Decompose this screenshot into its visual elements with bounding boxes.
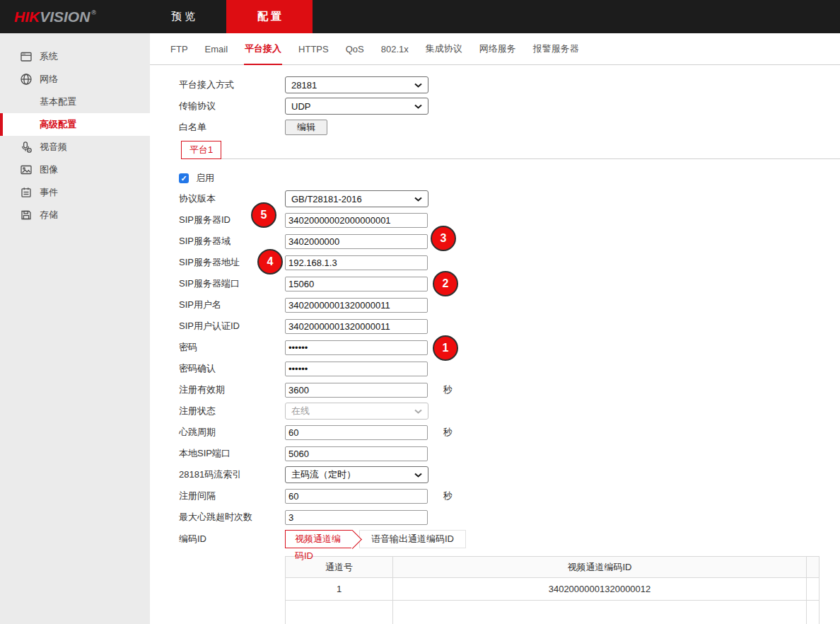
- tab-qos[interactable]: QoS: [345, 33, 365, 64]
- sidebar-item-label: 高级配置: [40, 118, 76, 131]
- settings-tab-bar: FTP Email 平台接入 HTTPS QoS 802.1x 集成协议 网络服…: [150, 33, 840, 65]
- column-header-video-encode-id: 视频通道编码ID: [393, 557, 807, 578]
- sidebar-item-storage[interactable]: 存储: [0, 204, 150, 226]
- field-label: SIP用户认证ID: [179, 320, 285, 333]
- sidebar-item-label: 事件: [40, 186, 58, 199]
- row-password: 密码: [179, 337, 840, 358]
- whitelist-edit-button[interactable]: 编辑: [285, 120, 327, 135]
- tab-https[interactable]: HTTPS: [298, 33, 329, 64]
- max-heartbeat-timeouts-input[interactable]: [285, 510, 428, 525]
- row-encoding-id: 编码ID 视频通道编码ID 语音输出通道编码ID: [179, 529, 840, 549]
- storage-icon: [20, 209, 33, 221]
- column-header-spacer: [807, 557, 819, 578]
- sidebar-item-label: 视音频: [40, 141, 67, 154]
- row-platform-access-mode: 平台接入方式 28181: [179, 74, 840, 96]
- logo-vision: VISION: [40, 8, 90, 25]
- selected-value: 在线: [291, 405, 310, 417]
- table-row-empty[interactable]: [286, 601, 819, 624]
- chevron-down-icon: [414, 473, 422, 478]
- chevron-down-icon: [414, 409, 422, 414]
- field-label: 编码ID: [179, 533, 285, 545]
- annotation-badge-1: 1: [433, 335, 458, 361]
- register-interval-input[interactable]: [285, 489, 428, 504]
- tab-8021x[interactable]: 802.1x: [380, 33, 409, 64]
- tab-audio-output-channel-encode-id[interactable]: 语音输出通道编码ID: [359, 530, 466, 548]
- tab-email[interactable]: Email: [204, 33, 229, 64]
- field-label: 密码: [179, 341, 285, 354]
- unit-seconds: 秒: [443, 383, 453, 396]
- platform-1-tab[interactable]: 平台1: [181, 141, 221, 159]
- top-tab-preview[interactable]: 预 览: [140, 0, 226, 33]
- tab-network-service[interactable]: 网络服务: [479, 33, 517, 64]
- sidebar-item-label: 基本配置: [40, 96, 76, 108]
- row-local-sip-port: 本地SIP端口: [179, 443, 840, 464]
- sidebar-item-image[interactable]: 图像: [0, 158, 150, 181]
- row-stream-index: 28181码流索引 主码流（定时）: [179, 464, 840, 485]
- hikvision-logo: HIKVISION®: [14, 0, 96, 33]
- row-protocol-version: 协议版本 GB/T28181-2016: [179, 188, 840, 209]
- annotation-badge-4: 4: [257, 249, 283, 275]
- selected-value: 主码流（定时）: [291, 468, 356, 481]
- table-row[interactable]: 1 34020000001320000012: [286, 578, 819, 601]
- sidebar-item-advanced-config[interactable]: 高级配置: [0, 113, 150, 136]
- field-label: SIP用户名: [179, 299, 285, 311]
- row-enable: ✓ 启用: [179, 168, 840, 188]
- row-whitelist: 白名单 编辑: [179, 117, 840, 138]
- tab-platform-access[interactable]: 平台接入: [244, 33, 282, 64]
- register-validity-input[interactable]: [285, 383, 428, 398]
- tab-video-channel-encode-id[interactable]: 视频通道编码ID: [285, 530, 353, 548]
- annotation-badge-2: 2: [433, 271, 458, 296]
- sidebar-item-audio-video[interactable]: 视音频: [0, 136, 150, 158]
- sip-server-address-input[interactable]: [285, 255, 428, 270]
- unit-seconds: 秒: [443, 490, 453, 502]
- sidebar-item-label: 图像: [40, 163, 58, 176]
- row-register-validity: 注册有效期 秒: [179, 379, 840, 400]
- field-label: 本地SIP端口: [179, 447, 285, 460]
- sidebar-item-label: 系统: [40, 50, 58, 63]
- video-channel-encode-id-table: 通道号 视频通道编码ID 1 34020000001320000012: [285, 556, 819, 624]
- platform-access-mode-select[interactable]: 28181: [285, 76, 428, 93]
- cell-channel[interactable]: 1: [286, 578, 393, 601]
- platform-tab-strip: 平台1: [181, 141, 840, 159]
- field-label: 注册间隔: [179, 490, 285, 502]
- password-confirm-input[interactable]: [285, 362, 428, 376]
- sip-server-domain-input[interactable]: [285, 234, 428, 249]
- row-max-heartbeat-timeouts: 最大心跳超时次数: [179, 507, 840, 528]
- tab-ftp[interactable]: FTP: [170, 33, 189, 64]
- local-sip-port-input[interactable]: [285, 446, 428, 461]
- cell-encode-id[interactable]: 34020000001320000012: [393, 578, 807, 601]
- row-sip-server-id: SIP服务器ID: [179, 209, 840, 231]
- cell-spacer: [807, 601, 819, 624]
- row-sip-server-port: SIP服务器端口: [179, 273, 840, 294]
- sidebar-item-system[interactable]: 系统: [0, 45, 150, 68]
- password-input[interactable]: [285, 340, 428, 355]
- top-nav-tabs: 预 览 配 置: [140, 0, 313, 33]
- row-sip-auth-id: SIP用户认证ID: [179, 316, 840, 337]
- sip-auth-id-input[interactable]: [285, 319, 428, 334]
- tab-integration-protocol[interactable]: 集成协议: [425, 33, 463, 64]
- cell-encode-id[interactable]: [393, 601, 807, 624]
- sidebar-item-basic-config[interactable]: 基本配置: [0, 91, 150, 113]
- main-content: FTP Email 平台接入 HTTPS QoS 802.1x 集成协议 网络服…: [150, 33, 840, 624]
- register-status-select: 在线: [285, 403, 428, 420]
- stream-index-select[interactable]: 主码流（定时）: [285, 466, 428, 483]
- top-tab-configuration[interactable]: 配 置: [226, 0, 313, 33]
- annotation-badge-5: 5: [251, 202, 276, 228]
- row-register-interval: 注册间隔 秒: [179, 485, 840, 507]
- enable-checkbox[interactable]: ✓: [179, 173, 189, 183]
- cell-channel[interactable]: [286, 601, 393, 624]
- row-sip-username: SIP用户名: [179, 294, 840, 316]
- sidebar-item-event[interactable]: 事件: [0, 181, 150, 204]
- sip-server-port-input[interactable]: [285, 277, 428, 291]
- protocol-version-select[interactable]: GB/T28181-2016: [285, 190, 428, 207]
- sidebar-item-network[interactable]: 网络: [0, 68, 150, 91]
- field-label: 注册有效期: [179, 383, 285, 396]
- tab-alarm-server[interactable]: 报警服务器: [532, 33, 580, 64]
- sip-username-input[interactable]: [285, 298, 428, 313]
- heartbeat-cycle-input[interactable]: [285, 425, 428, 440]
- chevron-down-icon: [414, 104, 422, 109]
- sip-server-id-input[interactable]: [285, 213, 428, 228]
- hikvision-config-screen: HIKVISION® 预 览 配 置 系统 网络: [0, 0, 840, 624]
- field-label: 心跳周期: [179, 426, 285, 439]
- transport-protocol-select[interactable]: UDP: [285, 98, 428, 115]
